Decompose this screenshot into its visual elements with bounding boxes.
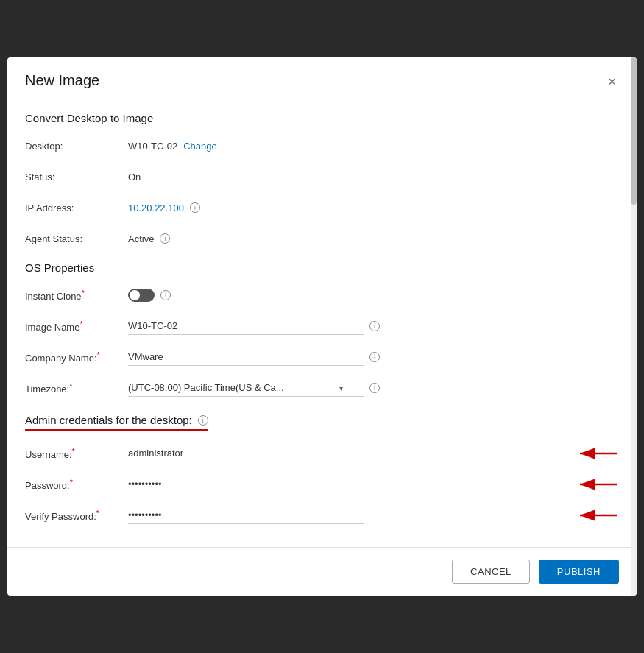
desktop-text: W10-TC-02 [128, 141, 177, 152]
status-row: Status: On [25, 166, 613, 188]
timezone-info-icon: i [369, 383, 380, 393]
status-label: Status: [25, 172, 128, 183]
credentials-title: Admin credentials for the desktop: [25, 414, 192, 426]
verify-password-wrapper [128, 506, 437, 524]
desktop-label: Desktop: [25, 141, 128, 152]
username-label: Username:* [25, 447, 128, 460]
company-name-input[interactable] [128, 348, 364, 366]
change-link[interactable]: Change [183, 141, 217, 152]
agent-status-text: Active [128, 233, 154, 244]
convert-section: Convert Desktop to Image Desktop: W10-TC… [25, 112, 613, 250]
company-name-label: Company Name:* [25, 350, 128, 364]
modal-footer: CANCEL PUBLISH [7, 547, 637, 596]
ip-address-label: IP Address: [25, 202, 128, 213]
password-wrapper [128, 476, 437, 493]
agent-status-info-icon: i [160, 233, 170, 244]
scrollbar-thumb[interactable] [631, 57, 637, 205]
close-button[interactable]: × [605, 72, 619, 91]
image-name-input[interactable] [128, 317, 364, 335]
credentials-info-icon: i [198, 415, 208, 426]
password-arrow [569, 470, 620, 499]
image-name-label: Image Name* [25, 320, 128, 333]
status-value: On [128, 172, 141, 183]
username-wrapper [128, 445, 437, 462]
verify-password-label: Verify Password:* [25, 509, 128, 522]
password-input[interactable] [128, 476, 364, 493]
publish-button[interactable]: PUBLISH [539, 560, 619, 584]
ip-address-link[interactable]: 10.20.22.100 [128, 202, 184, 213]
image-name-row: Image Name* i [25, 315, 613, 337]
username-row: Username:* [25, 442, 613, 465]
ip-info-icon: i [190, 202, 200, 213]
ip-address-value: 10.20.22.100 i [128, 202, 200, 213]
image-name-info-icon: i [369, 321, 380, 331]
modal-title: New Image [25, 72, 99, 89]
agent-status-value: Active i [128, 233, 170, 244]
username-input[interactable] [128, 445, 364, 462]
timezone-select[interactable]: (UTC-08:00) Pacific Time(US & Ca... [128, 379, 364, 397]
ip-address-row: IP Address: 10.20.22.100 i [25, 197, 613, 219]
modal-overlay: New Image × Convert Desktop to Image Des… [0, 0, 644, 653]
instant-clone-info-icon: i [160, 290, 171, 300]
verify-password-arrow [569, 501, 620, 530]
username-arrow [569, 439, 620, 468]
company-name-wrapper: i [128, 348, 437, 366]
verify-password-input[interactable] [128, 506, 364, 524]
password-row: Password:* [25, 473, 613, 495]
modal-body: Convert Desktop to Image Desktop: W10-TC… [7, 100, 637, 547]
modal-header: New Image × [7, 57, 637, 100]
timezone-wrapper: (UTC-08:00) Pacific Time(US & Ca... ▾ i [128, 379, 380, 397]
instant-clone-label: Instant Clone* [25, 289, 128, 302]
timezone-row: Timezone:* (UTC-08:00) Pacific Time(US &… [25, 377, 613, 399]
timezone-label: Timezone:* [25, 381, 128, 395]
credentials-section: Admin credentials for the desktop: i Use… [25, 414, 613, 526]
company-name-row: Company Name:* i [25, 346, 613, 368]
os-properties-section: OS Properties Instant Clone* i [25, 261, 613, 399]
agent-status-label: Agent Status: [25, 233, 128, 244]
company-name-info-icon: i [369, 352, 380, 362]
instant-clone-toggle[interactable] [128, 289, 155, 302]
desktop-row: Desktop: W10-TC-02 Change [25, 135, 613, 157]
agent-status-row: Agent Status: Active i [25, 227, 613, 250]
os-properties-title: OS Properties [25, 261, 613, 274]
scrollbar-track[interactable] [631, 57, 637, 596]
cancel-button[interactable]: CANCEL [452, 560, 530, 584]
new-image-modal: New Image × Convert Desktop to Image Des… [7, 57, 637, 596]
verify-password-row: Verify Password:* [25, 504, 613, 526]
convert-section-title: Convert Desktop to Image [25, 112, 613, 124]
instant-clone-row: Instant Clone* i [25, 284, 613, 306]
image-name-wrapper: i [128, 317, 437, 335]
password-label: Password:* [25, 478, 128, 491]
status-text: On [128, 172, 141, 183]
instant-clone-value: i [128, 289, 171, 302]
desktop-value: W10-TC-02 Change [128, 141, 217, 152]
toggle-knob [130, 290, 140, 300]
credentials-header: Admin credentials for the desktop: i [25, 414, 208, 431]
